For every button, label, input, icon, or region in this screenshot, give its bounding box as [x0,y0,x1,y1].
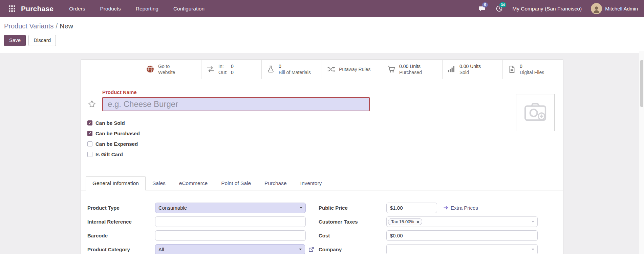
stat-label: Out: [218,69,230,75]
document-icon [507,65,516,74]
breadcrumb: Product Variants/New [4,22,640,30]
general-information-fields: Product Type Consumable Internal Referen… [81,190,563,254]
shopping-cart-icon [387,65,396,74]
user-avatar [591,3,602,14]
tab-point-of-sale[interactable]: Point of Sale [214,176,258,190]
menu-products[interactable]: Products [100,6,121,12]
checkbox-box[interactable] [87,120,92,125]
stat-button-units-sold[interactable]: 0.00 Units Sold [442,60,502,79]
extra-prices-label: Extra Prices [451,205,478,211]
flask-icon [266,65,275,74]
save-button[interactable]: Save [4,35,26,46]
stat-button-units-purchased[interactable]: 0.00 Units Purchased [382,60,442,79]
product-type-value: Consumable [158,205,187,211]
title-area: Product Name [81,79,563,111]
company-switcher[interactable]: My Company (San Francisco) [512,6,582,12]
form-action-buttons: Save Discard [4,35,640,46]
internal-reference-input[interactable] [155,216,306,227]
menu-configuration[interactable]: Configuration [173,6,205,12]
tax-tag[interactable]: Tax 15.00% [388,218,422,225]
shuffle-icon [326,65,336,74]
stat-button-inventory-in-out[interactable]: In:0 Out:0 [201,60,261,79]
public-price-input[interactable] [386,203,437,213]
control-panel: Product Variants/New Save Discard [0,17,644,53]
internal-reference-label: Internal Reference [87,219,155,225]
app-title: Purchase [21,5,53,13]
apps-grid-icon[interactable] [6,3,18,15]
user-menu[interactable]: Mitchell Admin [591,3,638,14]
company-field[interactable] [386,244,538,254]
breadcrumb-separator: / [56,22,58,30]
remove-tag-icon[interactable] [416,219,419,224]
product-category-value: All [158,247,164,252]
checkbox-is-gift-card[interactable]: Is Gift Card [87,152,563,157]
stat-label: Sold [459,69,481,75]
fields-left-column: Product Type Consumable Internal Referen… [87,203,315,254]
checkbox-label: Can be Purchased [95,131,140,136]
product-flags: Can be Sold Can be Purchased Can be Expe… [87,120,563,157]
camera-plus-icon [524,102,546,123]
extra-prices-link[interactable]: Extra Prices [443,205,478,211]
form-tabs: General Information Sales eCommerce Poin… [81,176,563,190]
bar-chart-icon [447,65,456,74]
stat-label: Purchased [399,69,422,75]
stat-label: Bill of Materials [279,69,311,75]
tab-inventory[interactable]: Inventory [294,176,329,190]
barcode-input[interactable] [155,230,306,241]
messages-icon[interactable]: 5 [478,5,486,13]
menu-reporting[interactable]: Reporting [136,6,158,12]
stat-button-bill-of-materials[interactable]: 0 Bill of Materials [261,60,322,79]
breadcrumb-parent[interactable]: Product Variants [4,22,53,30]
stat-button-putaway-rules[interactable]: Putaway Rules [322,60,382,79]
stat-label: Go to [158,63,175,69]
checkbox-can-be-purchased[interactable]: Can be Purchased [87,131,563,136]
product-category-label: Product Category [87,247,155,252]
main-menu: Orders Products Reporting Configuration [69,6,205,12]
product-type-select[interactable]: Consumable [155,203,306,213]
stat-value: 0 [520,63,544,69]
stat-button-digital-files[interactable]: 0 Digital Files [502,60,563,79]
chevron-down-icon [300,207,302,209]
checkbox-can-be-sold[interactable]: Can be Sold [87,120,563,126]
scrollbar-thumb[interactable] [640,60,643,107]
menu-orders[interactable]: Orders [69,6,85,12]
tab-purchase[interactable]: Purchase [258,176,293,190]
cost-input[interactable] [386,230,538,241]
stat-value: 0.00 Units [459,63,481,69]
checkbox-box[interactable] [87,152,92,157]
tab-sales[interactable]: Sales [146,176,172,190]
stat-value: 0 [279,63,311,69]
product-type-label: Product Type [87,205,155,211]
stat-label: In: [218,63,230,69]
messages-badge: 5 [482,2,488,7]
product-name-input[interactable] [102,97,370,111]
customer-taxes-field[interactable]: Tax 15.00% [386,216,538,227]
stat-label: Putaway Rules [339,66,370,72]
stat-label: Website [158,69,175,75]
checkbox-label: Can be Sold [95,120,125,126]
product-category-select[interactable]: All [155,244,305,254]
chevron-down-icon [299,249,302,250]
top-navbar: Purchase Orders Products Reporting Confi… [0,0,644,17]
vertical-scrollbar[interactable] [639,51,644,254]
favorite-star-icon[interactable] [87,100,96,109]
checkbox-box[interactable] [87,131,92,136]
tab-general-information[interactable]: General Information [86,176,146,190]
activities-badge: 34 [499,2,506,7]
stat-value: 0 [231,69,234,75]
stat-button-go-to-website[interactable]: Go to Website [141,60,201,79]
activities-clock-icon[interactable]: 34 [495,5,503,13]
product-image-upload[interactable] [516,94,555,131]
stat-value: 0.00 Units [399,63,422,69]
public-price-label: Public Price [319,205,386,211]
stat-value: 0 [231,63,234,69]
checkbox-box[interactable] [87,141,92,146]
checkbox-label: Can be Expensed [95,141,138,147]
tab-ecommerce[interactable]: eCommerce [172,176,214,190]
chevron-down-icon [532,221,534,223]
in-out-arrows-icon [206,65,215,74]
checkbox-can-be-expensed[interactable]: Can be Expensed [87,141,563,147]
stat-label: Digital Files [520,69,544,75]
external-link-icon[interactable] [308,246,315,253]
discard-button[interactable]: Discard [28,35,56,46]
